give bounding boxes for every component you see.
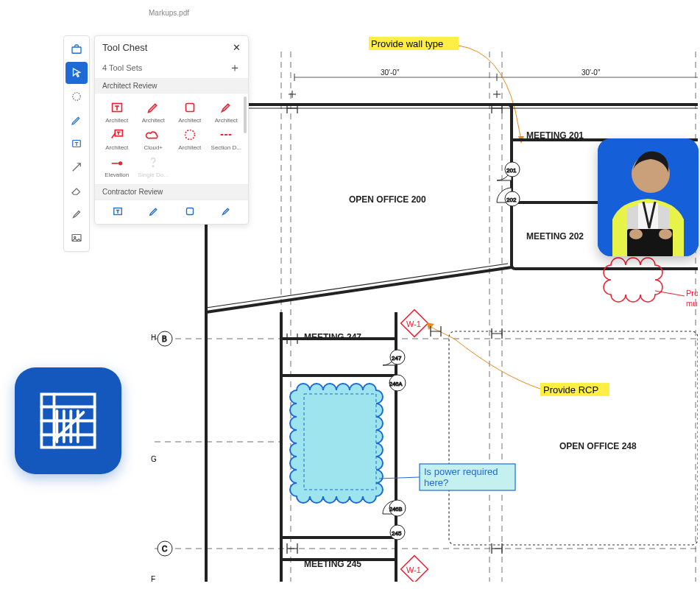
line-dash-icon [218, 127, 234, 143]
tag-246a: 246A [389, 381, 403, 387]
elevation-icon [109, 154, 125, 170]
section-architect-review[interactable]: Architect Review [95, 78, 248, 94]
tool-architect-pencil[interactable]: Architect [136, 99, 172, 124]
annot-mullion-2: mulli [686, 299, 698, 308]
tool-architect-highlighter[interactable]: Architect [209, 99, 244, 124]
callout-power-leader [379, 477, 420, 479]
dim-right: 30'-0" [581, 68, 601, 77]
axis-h: H [151, 334, 156, 342]
tag-245: 245 [392, 530, 402, 537]
footer-highlighter-icon[interactable] [219, 205, 233, 219]
tag-w1-top[interactable]: W-1 [401, 310, 428, 337]
document-tab[interactable]: Markups.pdf [149, 9, 189, 17]
tag-w1-bottom[interactable]: W-1 [401, 556, 428, 582]
section-contractor-review[interactable]: Contractor Review [95, 184, 248, 200]
annot-rcp: Provide RCP [543, 384, 598, 395]
annot-mullion-1: Prov [686, 289, 698, 297]
svg-text:W-1: W-1 [406, 320, 421, 328]
footer-text-box-icon[interactable] [111, 205, 124, 219]
document-filename: Markups.pdf [149, 9, 189, 17]
svg-point-59 [629, 229, 643, 239]
tool-eraser[interactable] [66, 180, 88, 202]
text-callout-icon [109, 127, 125, 143]
tool-lasso[interactable] [66, 85, 88, 108]
tally-grid-icon [33, 386, 103, 456]
svg-rect-38 [185, 104, 194, 112]
tool-section-d[interactable]: Section D... [209, 127, 244, 151]
svg-rect-32 [72, 47, 81, 53]
svg-point-41 [119, 162, 122, 165]
tag-201: 201 [506, 167, 517, 174]
close-icon[interactable]: ✕ [233, 43, 241, 52]
vertical-toolbar [63, 35, 90, 252]
label-meeting-247: MEETING 247 [304, 332, 361, 342]
axis-b: B [162, 335, 167, 343]
footer-pen-icon[interactable] [147, 205, 160, 219]
cloud-conference[interactable] [290, 384, 383, 503]
svg-point-60 [659, 229, 672, 239]
tool-chest-footer [95, 200, 248, 224]
tool-chest-panel: Tool Chest ✕ 4 Tool Sets ＋ Architect Rev… [94, 35, 249, 225]
tool-architect-dashed-circle[interactable]: Architect [172, 127, 208, 151]
axis-c: C [162, 545, 167, 553]
tool-briefcase[interactable] [66, 38, 88, 60]
label-open-office-248: OPEN OFFICE 248 [559, 441, 637, 451]
svg-point-33 [73, 93, 81, 101]
dashed-zone-248 [449, 331, 698, 545]
text-box-icon [109, 99, 125, 116]
tool-architect-callout[interactable]: Architect [99, 127, 135, 151]
tool-cloud-plus[interactable]: Cloud+ [136, 127, 172, 151]
footer-square-icon[interactable] [183, 205, 197, 219]
tool-highlighter[interactable] [66, 203, 88, 225]
tool-chest-subtitle: 4 Tool Sets [102, 63, 142, 72]
tool-image[interactable] [66, 227, 88, 249]
tool-architect-textbox[interactable]: Architect [99, 99, 135, 124]
tag-247: 247 [392, 355, 402, 362]
svg-line-17 [206, 264, 508, 308]
square-icon [182, 99, 198, 116]
tool-cursor[interactable] [66, 62, 88, 84]
scrollbar-thumb[interactable] [244, 96, 247, 133]
question-icon [145, 154, 161, 170]
pencil-icon [145, 99, 161, 116]
label-meeting-201: MEETING 201 [526, 130, 584, 141]
circle-dashed-icon [182, 127, 198, 143]
tag-246b: 246B [389, 506, 403, 512]
dim-left: 30'-0" [381, 68, 400, 77]
axis-f: F [151, 575, 155, 582]
svg-point-40 [185, 130, 194, 140]
svg-text:W-1: W-1 [406, 565, 421, 574]
worker-photo [598, 138, 699, 256]
tool-chest-title: Tool Chest [102, 42, 147, 53]
axis-g: G [151, 455, 157, 463]
tool-architect-square[interactable]: Architect [172, 99, 208, 124]
cloud-icon [145, 127, 161, 143]
leader-rcp [431, 327, 540, 389]
tool-elevation[interactable]: Elevation [99, 154, 135, 178]
label-open-office-200: OPEN OFFICE 200 [349, 194, 426, 205]
label-meeting-245: MEETING 245 [304, 559, 361, 569]
highlighter-icon [218, 99, 234, 116]
logo-card [15, 367, 121, 474]
tool-text-box[interactable] [66, 133, 88, 155]
red-cloud-mullion[interactable]: Prov mulli [604, 258, 698, 308]
annot-wall-type: Provide wall type [371, 38, 443, 49]
label-meeting-202: MEETING 202 [526, 231, 584, 242]
tool-pen[interactable] [66, 109, 88, 131]
tag-202: 202 [506, 197, 517, 203]
tool-arrow[interactable] [66, 156, 88, 178]
tool-single-door[interactable]: Single Do... [136, 154, 172, 178]
svg-point-42 [153, 166, 154, 166]
svg-rect-44 [186, 208, 193, 215]
add-toolset-icon[interactable]: ＋ [229, 62, 241, 74]
